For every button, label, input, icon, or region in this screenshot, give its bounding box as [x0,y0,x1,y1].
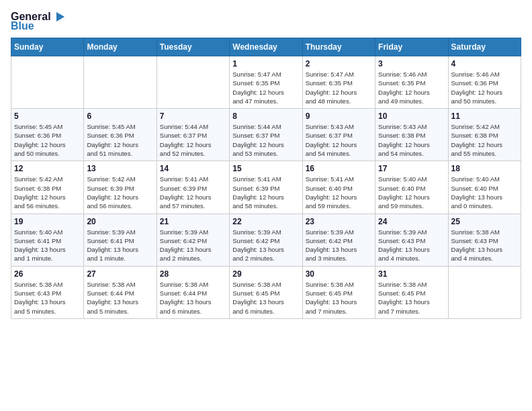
calendar-cell: 27Sunrise: 5:38 AM Sunset: 6:44 PM Dayli… [84,266,157,318]
day-number: 8 [232,111,299,121]
day-number: 14 [160,164,226,173]
calendar-cell: 18Sunrise: 5:40 AM Sunset: 6:40 PM Dayli… [448,161,521,214]
day-number: 9 [306,111,372,121]
calendar-cell: 12Sunrise: 5:42 AM Sunset: 6:38 PM Dayli… [11,161,84,214]
day-number: 1 [232,59,299,68]
calendar-cell: 9Sunrise: 5:43 AM Sunset: 6:37 PM Daylig… [302,109,375,161]
day-info: Sunrise: 5:39 AM Sunset: 6:41 PM Dayligh… [87,228,153,263]
day-info: Sunrise: 5:39 AM Sunset: 6:42 PM Dayligh… [306,228,372,263]
logo-arrow-icon [52,11,64,23]
calendar-cell: 31Sunrise: 5:38 AM Sunset: 6:45 PM Dayli… [375,266,448,318]
day-info: Sunrise: 5:47 AM Sunset: 6:35 PM Dayligh… [232,70,299,105]
calendar-cell: 23Sunrise: 5:39 AM Sunset: 6:42 PM Dayli… [302,214,375,266]
calendar-cell: 4Sunrise: 5:46 AM Sunset: 6:36 PM Daylig… [448,56,521,109]
day-info: Sunrise: 5:43 AM Sunset: 6:38 PM Dayligh… [378,122,445,158]
weekday-header-thursday: Thursday [302,38,375,56]
day-info: Sunrise: 5:46 AM Sunset: 6:35 PM Dayligh… [378,70,445,105]
day-info: Sunrise: 5:46 AM Sunset: 6:36 PM Dayligh… [451,70,518,105]
calendar-cell: 3Sunrise: 5:46 AM Sunset: 6:35 PM Daylig… [375,56,448,109]
day-number: 28 [160,269,226,279]
week-row-4: 26Sunrise: 5:38 AM Sunset: 6:43 PM Dayli… [11,266,521,318]
day-number: 31 [378,269,445,279]
weekday-header-friday: Friday [375,38,448,56]
day-number: 21 [160,217,226,226]
logo: General Blue [11,11,64,32]
day-number: 10 [378,111,445,121]
day-info: Sunrise: 5:43 AM Sunset: 6:37 PM Dayligh… [306,122,372,158]
day-info: Sunrise: 5:38 AM Sunset: 6:45 PM Dayligh… [378,280,445,316]
calendar-cell: 29Sunrise: 5:38 AM Sunset: 6:45 PM Dayli… [230,266,302,318]
day-info: Sunrise: 5:38 AM Sunset: 6:43 PM Dayligh… [451,228,518,263]
calendar-cell: 22Sunrise: 5:39 AM Sunset: 6:42 PM Dayli… [230,214,302,266]
calendar-cell: 8Sunrise: 5:44 AM Sunset: 6:37 PM Daylig… [230,109,302,161]
day-info: Sunrise: 5:45 AM Sunset: 6:36 PM Dayligh… [87,122,153,158]
day-number: 11 [451,111,518,121]
weekday-header-tuesday: Tuesday [157,38,229,56]
calendar-cell: 1Sunrise: 5:47 AM Sunset: 6:35 PM Daylig… [230,56,302,109]
weekday-header-sunday: Sunday [11,38,84,56]
calendar-cell: 11Sunrise: 5:42 AM Sunset: 6:38 PM Dayli… [448,109,521,161]
day-number: 17 [378,164,445,173]
day-number: 27 [87,269,153,279]
day-info: Sunrise: 5:47 AM Sunset: 6:35 PM Dayligh… [306,70,372,105]
day-number: 13 [87,164,153,173]
day-number: 26 [14,269,81,279]
day-info: Sunrise: 5:41 AM Sunset: 6:39 PM Dayligh… [232,175,299,210]
day-info: Sunrise: 5:39 AM Sunset: 6:43 PM Dayligh… [378,228,445,263]
calendar-cell [84,56,157,109]
calendar-cell: 25Sunrise: 5:38 AM Sunset: 6:43 PM Dayli… [448,214,521,266]
day-info: Sunrise: 5:44 AM Sunset: 6:37 PM Dayligh… [232,122,299,158]
day-info: Sunrise: 5:38 AM Sunset: 6:44 PM Dayligh… [160,280,226,316]
week-row-0: 1Sunrise: 5:47 AM Sunset: 6:35 PM Daylig… [11,56,521,109]
day-number: 6 [87,111,153,121]
day-number: 4 [451,59,518,68]
day-info: Sunrise: 5:42 AM Sunset: 6:38 PM Dayligh… [451,122,518,158]
day-info: Sunrise: 5:41 AM Sunset: 6:40 PM Dayligh… [306,175,372,210]
day-info: Sunrise: 5:40 AM Sunset: 6:41 PM Dayligh… [14,228,81,263]
calendar-cell: 17Sunrise: 5:40 AM Sunset: 6:40 PM Dayli… [375,161,448,214]
weekday-header-row: SundayMondayTuesdayWednesdayThursdayFrid… [11,38,521,56]
weekday-header-monday: Monday [84,38,157,56]
calendar-cell [157,56,229,109]
day-number: 15 [232,164,299,173]
day-info: Sunrise: 5:38 AM Sunset: 6:45 PM Dayligh… [306,280,372,316]
day-info: Sunrise: 5:40 AM Sunset: 6:40 PM Dayligh… [451,175,518,210]
day-number: 5 [14,111,81,121]
day-number: 18 [451,164,518,173]
week-row-3: 19Sunrise: 5:40 AM Sunset: 6:41 PM Dayli… [11,214,521,266]
svg-marker-0 [56,12,64,21]
calendar-cell: 24Sunrise: 5:39 AM Sunset: 6:43 PM Dayli… [375,214,448,266]
calendar-cell: 28Sunrise: 5:38 AM Sunset: 6:44 PM Dayli… [157,266,229,318]
calendar-cell [11,56,84,109]
weekday-header-saturday: Saturday [448,38,521,56]
day-number: 23 [306,217,372,226]
day-number: 24 [378,217,445,226]
day-number: 29 [232,269,299,279]
logo-blue: Blue [11,20,34,32]
day-number: 3 [378,59,445,68]
day-info: Sunrise: 5:38 AM Sunset: 6:45 PM Dayligh… [232,280,299,316]
calendar-cell: 26Sunrise: 5:38 AM Sunset: 6:43 PM Dayli… [11,266,84,318]
day-number: 16 [306,164,372,173]
calendar-cell: 21Sunrise: 5:39 AM Sunset: 6:42 PM Dayli… [157,214,229,266]
calendar-cell: 10Sunrise: 5:43 AM Sunset: 6:38 PM Dayli… [375,109,448,161]
calendar-table: SundayMondayTuesdayWednesdayThursdayFrid… [11,38,521,319]
calendar-cell: 6Sunrise: 5:45 AM Sunset: 6:36 PM Daylig… [84,109,157,161]
day-number: 7 [160,111,226,121]
logo-text: General Blue [11,11,64,32]
weekday-header-wednesday: Wednesday [230,38,302,56]
calendar-cell: 2Sunrise: 5:47 AM Sunset: 6:35 PM Daylig… [302,56,375,109]
calendar-cell: 20Sunrise: 5:39 AM Sunset: 6:41 PM Dayli… [84,214,157,266]
day-info: Sunrise: 5:38 AM Sunset: 6:43 PM Dayligh… [14,280,81,316]
calendar-cell: 16Sunrise: 5:41 AM Sunset: 6:40 PM Dayli… [302,161,375,214]
day-info: Sunrise: 5:41 AM Sunset: 6:39 PM Dayligh… [160,175,226,210]
day-number: 30 [306,269,372,279]
page-header: General Blue [11,11,521,32]
day-number: 12 [14,164,81,173]
day-info: Sunrise: 5:39 AM Sunset: 6:42 PM Dayligh… [232,228,299,263]
day-info: Sunrise: 5:38 AM Sunset: 6:44 PM Dayligh… [87,280,153,316]
calendar-cell: 7Sunrise: 5:44 AM Sunset: 6:37 PM Daylig… [157,109,229,161]
day-info: Sunrise: 5:39 AM Sunset: 6:42 PM Dayligh… [160,228,226,263]
calendar-cell: 30Sunrise: 5:38 AM Sunset: 6:45 PM Dayli… [302,266,375,318]
day-number: 22 [232,217,299,226]
